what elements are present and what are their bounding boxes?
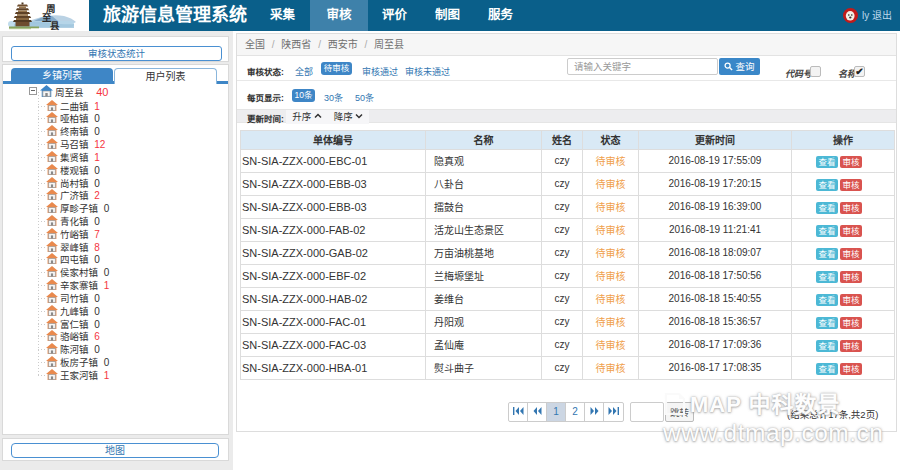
svg-text:县: 县 bbox=[50, 21, 60, 31]
